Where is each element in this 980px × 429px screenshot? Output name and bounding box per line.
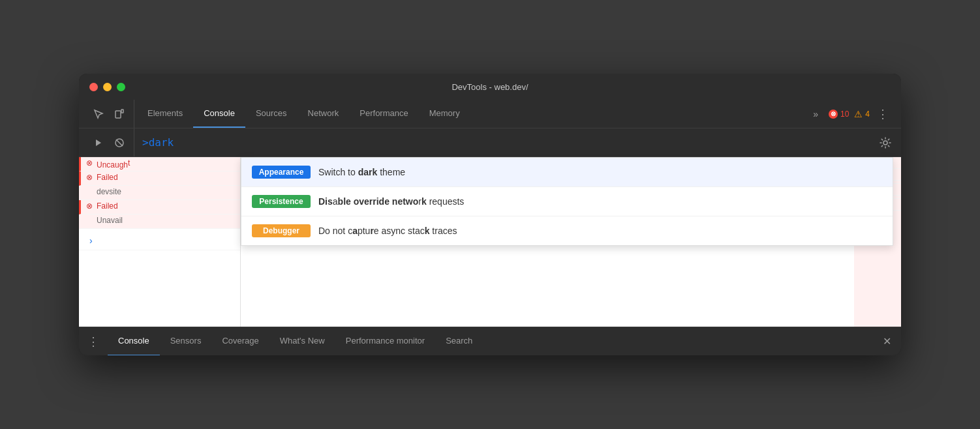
main-tabs: Elements Console Sources Network Perform…	[134, 100, 808, 128]
appearance-tag: Appearance	[252, 166, 311, 179]
svg-marker-2	[96, 140, 101, 146]
warn-count-badge[interactable]: ⚠ 4	[854, 109, 870, 119]
main-content: ⊗ Uncaught ⊗ Failed devsite ⊗ Failed Una…	[79, 157, 901, 327]
svg-point-5	[883, 141, 887, 145]
tab-sources[interactable]: Sources	[245, 100, 298, 128]
dropdown-item-debugger[interactable]: Debugger Do not capture async stack trac…	[241, 216, 893, 245]
error-icon-1: ⊗	[86, 158, 93, 168]
play-icon[interactable]	[89, 134, 108, 152]
bottom-tab-performance-monitor[interactable]: Performance monitor	[335, 327, 435, 356]
appearance-description: Switch to dark theme	[318, 167, 405, 177]
more-tabs-button[interactable]: »	[808, 109, 823, 119]
log-line-3: devsite	[79, 186, 240, 200]
dropdown-item-appearance[interactable]: Appearance Switch to dark theme	[241, 158, 893, 187]
log-line-1: ⊗ Uncaught	[79, 157, 240, 171]
inspect-icon[interactable]	[89, 105, 108, 123]
window-title: DevTools - web.dev/	[452, 82, 528, 92]
maximize-button[interactable]	[117, 83, 125, 91]
toolbar-menu-button[interactable]: ⋮	[875, 106, 891, 122]
bottom-tab-coverage[interactable]: Coverage	[211, 327, 269, 356]
tab-performance[interactable]: Performance	[349, 100, 418, 128]
debugger-description: Do not capture async stack traces	[318, 226, 457, 236]
command-dropdown: Appearance Switch to dark theme Persiste…	[241, 157, 893, 246]
log-line-5: Unavail	[79, 214, 240, 229]
svg-rect-0	[115, 111, 121, 118]
dropdown-item-persistence[interactable]: Persistence Disable override network req…	[241, 187, 893, 216]
command-toolbar	[79, 128, 901, 157]
toolbar2-icon-group	[84, 128, 134, 156]
bottom-menu-button[interactable]: ⋮	[84, 333, 102, 351]
main-toolbar: Elements Console Sources Network Perform…	[79, 100, 901, 128]
bottom-tab-sensors[interactable]: Sensors	[160, 327, 212, 356]
error-icon-3: ⊗	[86, 201, 93, 211]
command-input-area[interactable]	[134, 136, 875, 149]
console-log-left: ⊗ Uncaught ⊗ Failed devsite ⊗ Failed Una…	[79, 157, 241, 327]
log-line-2: ⊗ Failed	[79, 171, 240, 186]
toolbar-right: ⊗ 10 ⚠ 4 ⋮	[823, 106, 896, 122]
bottom-bar: ⋮ Console Sensors Coverage What's New Pe…	[79, 327, 901, 355]
bottom-tab-console[interactable]: Console	[108, 327, 160, 356]
traffic-lights	[89, 83, 125, 91]
tab-memory[interactable]: Memory	[419, 100, 470, 128]
svg-rect-1	[121, 110, 123, 113]
bottom-tab-search[interactable]: Search	[435, 327, 483, 356]
settings-button[interactable]	[875, 132, 896, 153]
command-input[interactable]	[142, 136, 867, 149]
svg-line-4	[116, 140, 123, 146]
block-icon[interactable]	[110, 134, 129, 152]
prompt-chevron: ›	[84, 233, 98, 248]
bottom-tab-whats-new[interactable]: What's New	[269, 327, 335, 356]
persistence-tag: Persistence	[252, 195, 311, 208]
minimize-button[interactable]	[103, 83, 112, 91]
tab-network[interactable]: Network	[298, 100, 350, 128]
close-button[interactable]	[89, 83, 98, 91]
bottom-close-button[interactable]: ✕	[878, 333, 896, 351]
debugger-tag: Debugger	[252, 224, 311, 237]
error-icon-2: ⊗	[86, 173, 93, 182]
log-line-4: ⊗ Failed	[79, 200, 240, 214]
log-line-chevron[interactable]: ›	[79, 229, 240, 250]
device-toggle-icon[interactable]	[110, 105, 129, 123]
error-count-badge[interactable]: ⊗ 10	[829, 110, 849, 119]
toolbar-icon-group	[84, 100, 134, 128]
warn-icon: ⚠	[854, 109, 863, 119]
tab-console[interactable]: Console	[193, 100, 245, 128]
title-bar: DevTools - web.dev/	[79, 74, 901, 100]
persistence-description: Disable override network requests	[318, 196, 464, 207]
devtools-window: DevTools - web.dev/ Elements Console	[79, 74, 901, 355]
tab-elements[interactable]: Elements	[137, 100, 193, 128]
error-icon: ⊗	[829, 110, 838, 119]
